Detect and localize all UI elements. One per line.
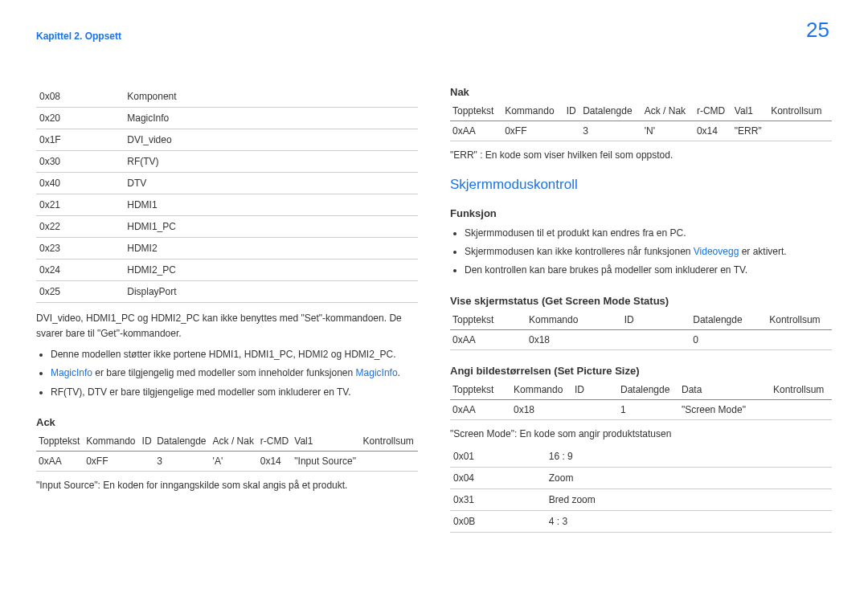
table-row: 0x04Zoom	[450, 467, 832, 488]
th-kommando: Kommando	[526, 310, 622, 330]
label-cell: DVI_video	[124, 129, 418, 151]
cell	[360, 451, 418, 471]
right-column: Nak Topptekst Kommando ID Datalengde Ack…	[450, 86, 832, 533]
cell: 0xFF	[502, 121, 564, 141]
code-cell: 0x0B	[450, 510, 546, 532]
code-cell: 0x31	[450, 488, 546, 510]
label-cell: Bred zoom	[546, 488, 832, 510]
cell: 0xAA	[36, 451, 84, 471]
nak-heading: Nak	[450, 86, 832, 98]
input-source-note: "Input Source": En koden for inngangskil…	[36, 478, 418, 492]
list-item: RF(TV), DTV er bare tilgjengelige med mo…	[51, 383, 418, 402]
code-cell: 0x30	[36, 151, 124, 173]
table-row: 0x23HDMI2	[36, 238, 418, 260]
table-row: 0x20MagicInfo	[36, 108, 418, 129]
code-cell: 0x23	[36, 238, 124, 260]
th-rcmd: r-CMD	[258, 431, 293, 452]
list-item: Denne modellen støtter ikke portene HDMI…	[51, 345, 418, 364]
th-datalengde: Datalengde	[580, 101, 642, 121]
th-topptekst: Topptekst	[36, 431, 84, 452]
list-item: MagicInfo er bare tilgjengelig med model…	[51, 364, 418, 382]
cell: 'A'	[211, 451, 258, 471]
label-cell: HDMI2_PC	[124, 260, 418, 281]
table-row: 0x25DisplayPort	[36, 281, 418, 303]
th-kontrollsum: Kontrollsum	[771, 380, 832, 400]
cell: 0	[690, 329, 767, 349]
code-cell: 0x08	[36, 86, 124, 108]
th-id: ID	[622, 310, 691, 330]
screen-mode-codes-table: 0x0116 : 90x04Zoom0x31Bred zoom0x0B4 : 3	[450, 446, 832, 533]
ack-heading: Ack	[36, 416, 418, 428]
section-screen-mode-control: Skjermmoduskontroll	[450, 177, 832, 193]
cell	[768, 121, 832, 141]
chapter-title: Kapittel 2. Oppsett	[36, 31, 121, 42]
screen-mode-note: "Screen Mode": En kode som angir produkt…	[450, 427, 832, 441]
code-cell: 0x40	[36, 173, 124, 194]
cell: 0x14	[694, 121, 732, 141]
cell: 0xAA	[450, 329, 526, 349]
th-kommando: Kommando	[502, 101, 564, 121]
vise-heading: Vise skjermstatus (Get Screen Mode Statu…	[450, 295, 832, 307]
cell: 'N'	[642, 121, 694, 141]
table-row: 0x40DTV	[36, 173, 418, 194]
label-cell: RF(TV)	[124, 151, 418, 173]
text: .	[398, 367, 400, 378]
magicinfo-link: MagicInfo	[356, 367, 398, 378]
cell: 3	[580, 121, 642, 141]
th-datalengde: Datalengde	[690, 310, 767, 330]
cell: 3	[154, 451, 210, 471]
input-source-codes-table: 0x08Komponent0x20MagicInfo0x1FDVI_video0…	[36, 86, 418, 303]
cell	[767, 329, 832, 349]
code-cell: 0x1F	[36, 129, 124, 151]
cell	[564, 121, 580, 141]
angi-heading: Angi bildestørrelsen (Set Picture Size)	[450, 365, 832, 377]
page-header: Kapittel 2. Oppsett 25	[36, 31, 832, 42]
magicinfo-link: MagicInfo	[51, 367, 92, 378]
cell: 0xAA	[450, 121, 502, 141]
code-cell: 0x22	[36, 216, 124, 238]
code-cell: 0x25	[36, 281, 124, 303]
th-kommando: Kommando	[511, 380, 572, 400]
ack-table: Topptekst Kommando ID Datalengde Ack / N…	[36, 431, 418, 472]
list-item: Skjermmodusen til et produkt kan endres …	[465, 224, 832, 243]
th-topptekst: Topptekst	[450, 380, 511, 400]
cell	[771, 399, 832, 419]
label-cell: 16 : 9	[546, 446, 832, 468]
table-row: 0x24HDMI2_PC	[36, 260, 418, 281]
get-screen-mode-table: Topptekst Kommando ID Datalengde Kontrol…	[450, 310, 832, 350]
cell	[622, 329, 691, 349]
th-id: ID	[140, 431, 155, 452]
cell: 0xFF	[84, 451, 139, 471]
th-topptekst: Topptekst	[450, 310, 526, 330]
cell: 0x18	[511, 399, 572, 419]
label-cell: 4 : 3	[546, 510, 832, 532]
th-id: ID	[564, 101, 580, 121]
videovegg-link: Videovegg	[694, 246, 739, 257]
th-topptekst: Topptekst	[450, 101, 502, 121]
label-cell: HDMI1	[124, 194, 418, 216]
th-data: Data	[679, 380, 771, 400]
cell: 0x14	[258, 451, 293, 471]
text: er aktivert.	[739, 246, 786, 257]
label-cell: Komponent	[124, 86, 418, 108]
th-ack-nak: Ack / Nak	[642, 101, 694, 121]
set-picture-size-table: Topptekst Kommando ID Datalengde Data Ko…	[450, 380, 832, 420]
code-cell: 0x04	[450, 467, 546, 488]
cell	[572, 399, 618, 419]
th-rcmd: r-CMD	[694, 101, 732, 121]
cell	[140, 451, 155, 471]
table-row: 0x08Komponent	[36, 86, 418, 108]
code-cell: 0x24	[36, 260, 124, 281]
table-row: 0x0B4 : 3	[450, 510, 832, 532]
th-kommando: Kommando	[84, 431, 139, 452]
label-cell: DisplayPort	[124, 281, 418, 303]
table-row: 0x22HDMI1_PC	[36, 216, 418, 238]
cell: "Input Source"	[292, 451, 360, 471]
table-row: 0x31Bred zoom	[450, 488, 832, 510]
table-row: 0x1FDVI_video	[36, 129, 418, 151]
nak-table: Topptekst Kommando ID Datalengde Ack / N…	[450, 101, 832, 141]
code-cell: 0x21	[36, 194, 124, 216]
th-ack-nak: Ack / Nak	[211, 431, 258, 452]
th-id: ID	[572, 380, 618, 400]
label-cell: DTV	[124, 173, 418, 194]
